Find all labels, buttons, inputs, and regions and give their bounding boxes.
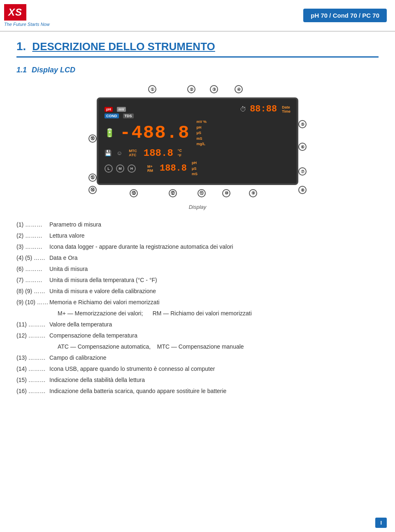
h-button[interactable]: H xyxy=(128,164,136,173)
callout-6: ⑥ xyxy=(298,143,307,151)
desc-text-15: Indicazione della stabilità della lettur… xyxy=(49,376,379,384)
mem-unit-ms: mS xyxy=(192,171,198,177)
callout-7: ⑦ xyxy=(298,167,307,176)
lcd-row-4: L M H M+ RM 188.8 pH μS mS xyxy=(105,160,290,177)
desc-sub-mem-text: M+ — Memorizzazione dei valori; RM — Ric… xyxy=(58,309,379,318)
callout-1: ① xyxy=(148,85,156,93)
unit-mv: mV % xyxy=(196,119,207,125)
mtc-label: MTC xyxy=(129,149,137,153)
desc-num-7: (7) ……… xyxy=(16,276,49,285)
product-title: pH 70 / Cond 70 / PC 70 xyxy=(303,9,387,22)
ph-badge: pH xyxy=(105,107,113,112)
desc-text-4-5: Data e Ora xyxy=(49,254,379,262)
callout-12: ⑫ xyxy=(169,189,177,197)
desc-item-6: (6) ……… Unita di misura xyxy=(16,265,379,273)
tds-badge: TDS xyxy=(123,113,134,118)
desc-num-13: (13) ……… xyxy=(16,354,49,362)
desc-num-8-9: (8) (9) …… xyxy=(16,287,49,296)
desc-text-6: Unita di misura xyxy=(49,265,379,273)
callout-14: ⑭ xyxy=(88,186,97,194)
desc-num-1: (1) ……… xyxy=(16,220,49,229)
main-reading: -488.8 xyxy=(120,123,190,143)
rm-label: RM xyxy=(147,169,153,173)
desc-num-14: (14) ……… xyxy=(16,365,49,373)
page-number: I xyxy=(375,518,387,528)
desc-item-12: (12) ……… Compensazione della temperatura xyxy=(16,331,379,340)
callout-2: ② xyxy=(187,85,195,93)
callout-10: ⑩ xyxy=(222,189,230,197)
diagram-container: ① ② ③ ④ ⑯ ⑮ ⑭ ⑤ ⑥ ⑦ ⑧ xyxy=(16,83,379,210)
desc-text-11: Valore della temperatura xyxy=(49,320,379,329)
desc-num-12: (12) ……… xyxy=(16,331,49,340)
l-button[interactable]: L xyxy=(105,164,113,173)
desc-num-6: (6) ……… xyxy=(16,265,49,273)
desc-num-9-10: (9) (10) …… xyxy=(16,298,49,307)
desc-item-7: (7) ……… Unita di misura della temperatur… xyxy=(16,276,379,285)
callout-16: ⑯ xyxy=(88,134,97,143)
time-display: 88:88 xyxy=(250,104,277,114)
desc-text-16: Indicazione della batteria scarica, quan… xyxy=(49,387,379,396)
page-content: 1. DESCRIZIONE DELLO STRUMENTO 1.1 Displ… xyxy=(0,32,395,406)
desc-item-11: (11) ……… Valore della temperatura xyxy=(16,320,379,329)
callout-8: ⑧ xyxy=(298,186,307,194)
desc-num-15: (15) ……… xyxy=(16,376,49,384)
m-button[interactable]: M xyxy=(116,164,124,173)
desc-item-8-9: (8) (9) …… Unita di misura e valore dell… xyxy=(16,287,379,296)
temp-reading: 188.8 xyxy=(144,148,173,159)
desc-num-11: (11) ……… xyxy=(16,320,49,329)
clock-icon: ⏱ xyxy=(240,106,246,113)
page-header: XS The Future Starts Now pH 70 / Cond 70… xyxy=(0,0,395,32)
desc-sub-mem: M+ — Memorizzazione dei valori; RM — Ric… xyxy=(16,309,379,318)
unit-ms: mS xyxy=(196,136,207,141)
desc-text-3: Icona data logger - appare durante la re… xyxy=(49,243,379,251)
mplus-label: M+ xyxy=(147,164,153,169)
tagline: The Future Starts Now xyxy=(4,22,50,27)
callout-3: ③ xyxy=(210,85,218,93)
desc-item-3: (3) ……… Icona data logger - appare duran… xyxy=(16,243,379,251)
diagram-caption: Display xyxy=(189,204,207,210)
desc-num-16: (16) ……… xyxy=(16,387,49,396)
desc-text-2: Lettura valore xyxy=(49,231,379,240)
callout-9: ⑨ xyxy=(249,189,257,197)
desc-num-3: (3) ……… xyxy=(16,243,49,251)
unit-ph: pH xyxy=(196,125,207,130)
date-label: Date xyxy=(282,105,290,109)
display-outer: ① ② ③ ④ ⑯ ⑮ ⑭ ⑤ ⑥ ⑦ ⑧ xyxy=(84,83,311,200)
desc-item-9-10: (9) (10) …… Memoria e Richiamo dei valor… xyxy=(16,298,379,307)
battery-icon: 🔋 xyxy=(105,128,115,138)
callout-4: ④ xyxy=(235,85,243,93)
callout-5: ⑤ xyxy=(298,120,307,128)
section-heading: 1. DESCRIZIONE DELLO STRUMENTO xyxy=(16,40,379,58)
desc-text-13: Campo di calibrazione xyxy=(49,354,379,362)
lcd-display: pH mV ⏱ 88:88 Date Time COND TDS xyxy=(97,97,298,185)
desc-item-2: (2) ……… Lettura valore xyxy=(16,231,379,240)
desc-item-13: (13) ……… Campo di calibrazione xyxy=(16,354,379,362)
unit-us: μS xyxy=(196,130,207,136)
callout-13: ⑬ xyxy=(130,189,138,197)
atc-label: ATC xyxy=(129,153,137,157)
unit-mgl: mg/L xyxy=(196,141,207,147)
lcd-row-3: 💾 ☺ MTC ATC 188.8 °C °F xyxy=(105,148,290,159)
logo-area: XS The Future Starts Now xyxy=(4,4,50,27)
lcd-row-1: pH mV ⏱ 88:88 Date Time xyxy=(105,104,290,114)
callout-11: ⑪ xyxy=(198,189,206,197)
time-label: Time xyxy=(282,109,290,113)
temp-c-unit: °C xyxy=(178,148,182,153)
desc-sub-temp: ATC — Compensazione automatica, MTC — Co… xyxy=(16,342,379,351)
desc-text-9-10: Memoria e Richiamo dei valori memorizzat… xyxy=(49,298,379,307)
subsection-heading: 1.1 Display LCD xyxy=(16,66,379,74)
desc-text-1: Parametro di misura xyxy=(49,220,379,229)
smiley-icon: ☺ xyxy=(116,150,122,156)
display-image-wrapper: ⑯ ⑮ ⑭ ⑤ ⑥ ⑦ ⑧ pH mV ⏱ 88:88 xyxy=(84,97,311,200)
desc-item-4-5: (4) (5) …… Data e Ora xyxy=(16,254,379,262)
desc-text-14: Icona USB, appare quando lo strumento è … xyxy=(49,365,379,373)
cond-badge: COND xyxy=(105,113,119,118)
lcd-row-2: 🔋 -488.8 mV % pH μS mS mg/L xyxy=(105,119,290,147)
logo-box: XS xyxy=(4,4,26,21)
section-title: DESCRIZIONE DELLO STRUMENTO xyxy=(32,40,215,53)
callout-15: ⑮ xyxy=(88,173,97,182)
temp-f-unit: °F xyxy=(178,153,182,158)
desc-text-12: Compensazione della temperatura xyxy=(49,331,379,340)
subsection-number: 1.1 xyxy=(16,66,27,74)
mem-unit-ph: pH xyxy=(192,160,198,166)
